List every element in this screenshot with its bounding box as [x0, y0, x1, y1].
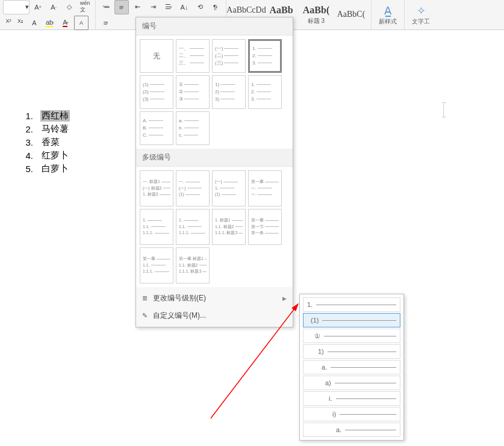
phonetic-guide-icon[interactable]: wén文	[78, 0, 92, 14]
document-list-item[interactable]: 1.西红柿	[15, 110, 70, 122]
numbering-option[interactable]: 一. 标题1(一) 标题2 1. 标题3	[140, 170, 173, 206]
option-line: (一) 标题2	[143, 185, 170, 192]
option-line: 2.	[252, 52, 278, 60]
option-line: 一.	[251, 191, 279, 198]
numbering-option[interactable]: 一.(一) (1)	[176, 170, 210, 206]
numbering-option[interactable]: ①②③	[176, 75, 210, 109]
numbering-option[interactable]: 第一章第一节第一条	[248, 209, 282, 245]
option-line: 1.	[143, 217, 170, 224]
superscript-icon[interactable]: X²	[3, 16, 14, 26]
document-area[interactable]: 1.西红柿2.马铃薯3.香菜4.红萝卜5.白萝卜	[15, 108, 70, 176]
option-line: 1.1.1. 标题3	[179, 268, 207, 275]
numbering-option[interactable]: (一)(二)(三)	[212, 39, 246, 73]
decrease-font-icon[interactable]: A-	[46, 0, 61, 14]
highlight-color-icon[interactable]: ab▾	[43, 16, 57, 30]
level-option[interactable]: 1)	[303, 344, 400, 359]
text-direction-icon[interactable]: ⟲	[193, 0, 207, 14]
subscript-icon[interactable]: X₂	[15, 16, 26, 26]
numbering-dropdown: 编号 无一、二、三、(一)(二)(三)1.2.3.(1)(2)(3)①②③1)2…	[135, 17, 293, 327]
align-distribute-icon[interactable]: ≡▾	[99, 16, 113, 30]
option-line: (2)	[143, 88, 170, 96]
numbering-option[interactable]: 1. 标题11.1. 标题21.1.1. 标题3	[212, 209, 246, 245]
char-border-icon[interactable]: A	[74, 16, 89, 30]
list-text: 马铃薯	[40, 123, 70, 135]
numbering-option[interactable]: 1.2.3.	[248, 75, 282, 109]
font-size-combo[interactable]: ▾	[3, 0, 30, 14]
level-line	[328, 352, 396, 352]
numbering-none[interactable]: 无	[140, 39, 173, 73]
level-line	[331, 367, 396, 368]
numbering-option[interactable]: A.B.C.	[140, 111, 173, 145]
increase-font-icon[interactable]: A+	[31, 0, 45, 14]
option-line: 三、	[179, 60, 207, 67]
show-marks-icon[interactable]: ¶▾	[208, 0, 223, 14]
numbering-option[interactable]: 1)2)3)	[212, 75, 246, 109]
document-list-item[interactable]: 5.白萝卜	[15, 163, 70, 175]
level-option[interactable]: i.	[303, 391, 400, 406]
level-prefix: i)	[332, 410, 336, 418]
list-text: 香菜	[40, 137, 61, 148]
option-line: 1.	[252, 45, 278, 52]
document-list-item[interactable]: 4.红萝卜	[15, 150, 70, 161]
document-list-item[interactable]: 2.马铃薯	[15, 123, 70, 135]
level-line	[316, 305, 396, 305]
decrease-indent-icon[interactable]: ⇤	[130, 0, 145, 14]
line-spacing-icon[interactable]: ☰▾	[161, 0, 176, 14]
numbering-option[interactable]: 第一章1.1.1.1.1.	[140, 247, 173, 283]
new-style-group: A̲ 新样式	[372, 0, 405, 29]
style-gallery-item[interactable]: AaBb(标题 3	[299, 2, 334, 28]
level-submenu: 1.(1)①1)a.a)i.i)a.	[299, 294, 404, 441]
option-line: C.	[143, 132, 170, 139]
numbering-option[interactable]: 1.2.3.	[248, 39, 282, 73]
option-line: (三)	[215, 60, 243, 67]
numbering-grid: 无一、二、三、(一)(二)(三)1.2.3.(1)(2)(3)①②③1)2)3)…	[136, 36, 293, 149]
new-style-button[interactable]: A̲ 新样式	[374, 2, 402, 28]
increase-indent-icon[interactable]: ⇥	[146, 0, 160, 14]
clear-format-icon[interactable]: ◇	[62, 0, 76, 14]
numbering-option[interactable]: 一、二、三、	[176, 39, 210, 73]
text-tool-button[interactable]: ✧ 文字工	[407, 2, 435, 28]
level-option[interactable]: i)	[303, 407, 400, 421]
option-line: (一)	[215, 179, 243, 185]
bullet-list-icon[interactable]: ≔▾	[99, 0, 113, 14]
level-prefix: ①	[314, 332, 320, 340]
level-prefix: a.	[322, 364, 327, 371]
document-list-item[interactable]: 3.香菜	[15, 137, 70, 148]
level-option[interactable]: a)	[303, 376, 400, 390]
option-line: 一. 标题1	[143, 179, 170, 185]
style-gallery-item[interactable]: AaBbC(	[334, 2, 369, 28]
font-group: ▾ A+ A- ◇ wén文 X² X₂ A ab▾ A▾ A	[0, 0, 96, 29]
style-preview: AaBbCcDd	[226, 5, 266, 15]
numbering-option[interactable]: 第一章 标题11.1. 标题21.1.1. 标题3	[176, 247, 210, 283]
new-style-label: 新样式	[379, 17, 397, 26]
level-option[interactable]: ①	[303, 329, 400, 343]
level-option[interactable]: (1)	[303, 313, 400, 327]
level-option[interactable]: a.	[303, 360, 400, 374]
option-line: 1.1.1.	[143, 230, 170, 237]
change-case-icon[interactable]: A	[27, 16, 42, 30]
numbering-option[interactable]: (1)(2)(3)	[140, 75, 173, 109]
custom-number-item[interactable]: ✎ 自定义编号(M)...	[136, 307, 293, 324]
option-line: ③	[179, 96, 207, 103]
option-line: 第一章	[251, 179, 279, 185]
option-line: ①	[179, 81, 207, 88]
numbering-option[interactable]: (一) 1. (1)	[212, 170, 246, 206]
option-line: 第一章	[143, 256, 170, 262]
font-color-icon[interactable]: A▾	[58, 16, 73, 30]
level-option[interactable]: a.	[303, 423, 400, 437]
numbering-option[interactable]: a.b.c.	[176, 111, 210, 145]
option-line: 1. 标题3	[143, 191, 170, 198]
level-line	[345, 430, 396, 430]
option-line: 1.1. 标题2	[215, 224, 243, 231]
level-option[interactable]: 1.	[303, 297, 400, 312]
option-line: 一.	[179, 179, 207, 185]
option-line: 1.1.1.	[179, 230, 207, 237]
numbering-option[interactable]: 第一章一.一.	[248, 170, 282, 206]
change-level-label: 更改编号级别(E)	[153, 293, 206, 303]
change-level-item[interactable]: ≣ 更改编号级别(E) ▶	[136, 290, 293, 307]
numbering-option[interactable]: 1.1.1. 1.1.1.	[140, 209, 173, 245]
numbering-option[interactable]: 1.1.1. 1.1.1.	[176, 209, 210, 245]
sort-icon[interactable]: A↓	[177, 0, 191, 14]
number-list-icon[interactable]: ≡▾	[114, 0, 129, 14]
option-line: 1.	[179, 217, 207, 224]
